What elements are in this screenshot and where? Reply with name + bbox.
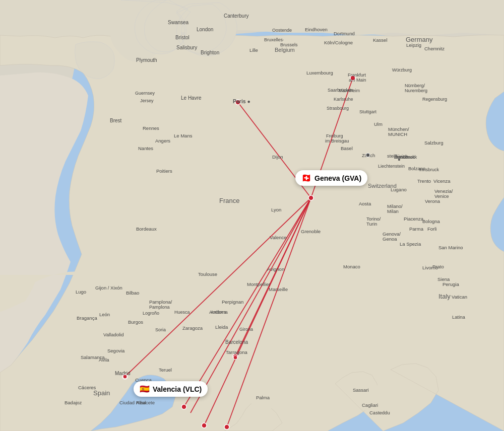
svg-text:Salamanca: Salamanca [81, 354, 105, 360]
svg-text:Eindhoven: Eindhoven [305, 27, 328, 32]
svg-text:Lleida: Lleida [215, 324, 228, 330]
svg-point-111 [123, 375, 127, 379]
svg-point-16 [202, 423, 207, 428]
svg-text:Madrid: Madrid [115, 371, 131, 376]
svg-text:Pamplona: Pamplona [149, 305, 170, 310]
svg-text:Le Mans: Le Mans [174, 133, 193, 138]
svg-text:Salzburg: Salzburg [424, 140, 444, 146]
svg-text:Toulouse: Toulouse [198, 271, 217, 277]
svg-point-69 [366, 153, 370, 157]
svg-text:Leipzig: Leipzig [406, 42, 421, 48]
svg-text:Brighton: Brighton [201, 50, 219, 55]
svg-text:Palma: Palma [256, 395, 270, 400]
svg-text:Swansea: Swansea [168, 20, 189, 25]
svg-text:Frankfurt: Frankfurt [348, 73, 366, 78]
svg-text:France: France [219, 197, 239, 204]
svg-text:Piacenza: Piacenza [404, 216, 424, 222]
svg-text:Chemnitz: Chemnitz [424, 46, 445, 51]
svg-text:Le Havre: Le Havre [181, 95, 202, 101]
svg-text:London: London [197, 27, 213, 32]
svg-text:Segovia: Segovia [107, 348, 125, 353]
svg-text:Ulm: Ulm [374, 121, 383, 127]
svg-text:Forli: Forli [427, 226, 436, 232]
svg-text:Genoa: Genoa [383, 236, 397, 242]
svg-text:Bologna: Bologna [422, 219, 440, 224]
svg-text:Nürnberg/: Nürnberg/ [405, 83, 425, 88]
svg-text:Perpignan: Perpignan [222, 299, 243, 305]
switzerland-flag: 🇨🇭 [301, 173, 311, 183]
svg-text:Vicenza: Vicenza [433, 178, 451, 184]
svg-text:Burgos: Burgos [128, 319, 143, 325]
svg-text:Girona: Girona [239, 327, 253, 332]
svg-text:Bragança: Bragança [77, 315, 97, 321]
svg-text:Andorra: Andorra [211, 309, 228, 315]
svg-text:Köln/Cologne: Köln/Cologne [324, 40, 353, 45]
svg-text:Perugia: Perugia [443, 281, 459, 287]
svg-text:León: León [99, 312, 110, 317]
svg-text:Guernsey: Guernsey [135, 91, 155, 96]
svg-text:Innsbruck: Innsbruck [396, 154, 417, 160]
svg-text:Italy: Italy [438, 293, 451, 300]
svg-text:Monaco: Monaco [343, 264, 360, 269]
svg-text:Poitiers: Poitiers [156, 168, 172, 174]
svg-text:Grenoble: Grenoble [301, 229, 321, 234]
svg-text:Bilbao: Bilbao [126, 290, 139, 296]
valencia-label-text: Valencia (VLC) [153, 385, 202, 393]
svg-text:Basel: Basel [341, 146, 353, 151]
svg-text:Oostende: Oostende [272, 28, 292, 33]
svg-point-15 [181, 404, 186, 409]
svg-text:Innsbruck: Innsbruck [419, 167, 439, 172]
svg-text:Regensburg: Regensburg [422, 97, 447, 102]
svg-text:Prato: Prato [432, 264, 444, 269]
svg-text:Vatican: Vatican [452, 294, 467, 300]
svg-text:Avignon: Avignon [267, 266, 284, 272]
svg-text:Karlsruhe: Karlsruhe [334, 97, 353, 102]
map-svg: Canterbury London Swansea Bristol Salisb… [0, 0, 504, 431]
svg-text:Kassel: Kassel [373, 37, 388, 43]
svg-text:Spain: Spain [93, 389, 110, 397]
svg-text:Huesca: Huesca [174, 310, 190, 315]
svg-text:La Spezia: La Spezia [400, 241, 421, 247]
svg-text:Barcelona: Barcelona [225, 339, 248, 345]
svg-text:Dortmund: Dortmund [334, 31, 355, 36]
svg-text:Lyon: Lyon [271, 207, 281, 212]
svg-text:MUNICH: MUNICH [388, 131, 407, 137]
svg-text:Brest: Brest [110, 118, 122, 123]
svg-text:Belgium: Belgium [275, 47, 295, 53]
svg-text:Plymouth: Plymouth [136, 57, 157, 63]
svg-text:Strasbourg: Strasbourg [327, 106, 349, 111]
svg-text:Lille: Lille [249, 47, 258, 53]
svg-text:Marseille: Marseille [269, 286, 288, 292]
svg-text:Nuremberg: Nuremberg [405, 88, 427, 93]
svg-text:Gijon / Xixón: Gijon / Xixón [95, 285, 122, 291]
svg-text:Casteddu: Casteddu [369, 410, 390, 415]
svg-point-105 [233, 355, 237, 360]
svg-text:San Marino: San Marino [438, 245, 463, 250]
svg-text:Saarbrücken: Saarbrücken [328, 88, 353, 93]
svg-text:Stuttgart: Stuttgart [359, 109, 377, 114]
svg-text:Liechtenstein: Liechtenstein [378, 164, 405, 169]
spain-flag: 🇪🇸 [140, 384, 150, 394]
svg-text:Salisbury: Salisbury [176, 45, 197, 50]
svg-point-12 [308, 195, 313, 200]
svg-text:Aosta: Aosta [359, 201, 371, 206]
svg-text:Freiburg: Freiburg [326, 133, 343, 138]
svg-text:Tarragona: Tarragona [226, 349, 247, 355]
svg-text:Latina: Latina [452, 314, 466, 320]
svg-text:Teruel: Teruel [159, 367, 172, 373]
svg-text:Parma: Parma [409, 226, 424, 232]
svg-text:Bordeaux: Bordeaux [136, 226, 157, 232]
svg-text:Verona: Verona [425, 198, 440, 204]
svg-text:Lugo: Lugo [76, 289, 86, 295]
svg-text:Logroño: Logroño [143, 311, 159, 316]
svg-text:Rennes: Rennes [143, 125, 159, 131]
svg-text:Luxembourg: Luxembourg [306, 70, 333, 76]
svg-text:Bristol: Bristol [175, 35, 190, 40]
svg-text:Lugano: Lugano [391, 187, 407, 192]
svg-text:Jersey: Jersey [140, 98, 154, 103]
svg-text:Valence: Valence [270, 235, 287, 240]
svg-text:im Breisgau: im Breisgau [325, 138, 349, 143]
svg-text:Pamplona/: Pamplona/ [149, 299, 172, 305]
valencia-label: 🇪🇸 Valencia (VLC) [134, 381, 208, 397]
svg-text:Paris ●: Paris ● [233, 98, 250, 104]
